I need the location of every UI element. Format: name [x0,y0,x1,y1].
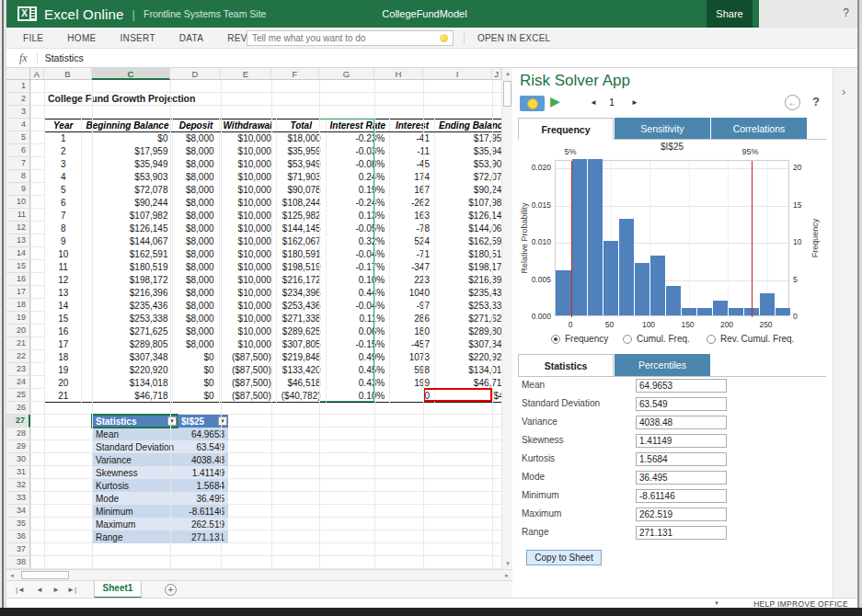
table-cell[interactable]: $289,805 [82,338,173,351]
table-cell[interactable]: 6 [45,197,82,210]
pane-help-icon[interactable]: ? [812,95,820,108]
table-cell[interactable]: $10,000 [219,210,276,222]
statistics-sheet-table[interactable]: Statistics▼$I$25▼Mean64.9653Standard Dev… [92,415,228,543]
menu-item-insert[interactable]: INSERT [121,33,155,43]
tellme-search-input[interactable]: Tell me what you want to do [247,30,454,46]
table-cell[interactable]: 20 [45,377,82,390]
row-header-25[interactable]: 25 [6,389,30,402]
table-cell[interactable]: $90,078 [276,184,326,197]
table-cell[interactable]: -0.24% [326,197,390,210]
table-cell[interactable]: $107,982 [434,197,511,210]
table-cell[interactable]: -71 [390,248,435,261]
next-trial-icon[interactable]: ► [631,98,638,107]
projection-header-cell[interactable]: Ending Balance [434,120,511,132]
table-cell[interactable]: $289,805 [434,325,511,338]
table-cell[interactable]: 17 [45,338,82,351]
table-cell[interactable]: $8,000 [173,197,219,210]
column-header-A[interactable]: A [30,68,44,80]
table-cell[interactable]: $10,000 [219,158,276,171]
table-cell[interactable]: 15 [45,313,82,325]
row-header-16[interactable]: 16 [6,273,30,286]
first-sheet-icon[interactable]: |◄ [16,586,25,594]
row-header-29[interactable]: 29 [6,440,30,453]
table-cell[interactable]: $10,000 [219,184,276,197]
menu-item-data[interactable]: DATA [179,33,203,43]
table-cell[interactable]: 13 [45,287,82,300]
table-cell[interactable]: $8,000 [173,325,219,338]
table-cell[interactable]: $198,172 [82,274,173,287]
table-cell[interactable]: -0.23% [326,132,390,145]
row-header-38[interactable]: 38 [6,556,30,569]
stats-label-cell[interactable]: Range [92,530,178,543]
table-cell[interactable]: 18 [45,351,82,364]
table-cell[interactable]: 1040 [390,287,435,300]
table-cell[interactable]: -0.04% [326,300,390,313]
row-header-11[interactable]: 11 [6,209,30,222]
spreadsheet-grid[interactable]: College Fund Growth Projection YearBegin… [6,68,512,569]
field-input-standard-deviation[interactable]: 63.549 [636,397,727,411]
projection-header-cell[interactable]: Deposit [173,120,219,132]
projection-header-cell[interactable]: Year [45,120,82,132]
table-cell[interactable]: 10 [45,248,82,261]
table-cell[interactable]: ($87,500) [219,377,276,390]
table-cell[interactable]: 163 [390,210,435,222]
row-header-6[interactable]: 6 [6,144,30,157]
row-header-31[interactable]: 31 [6,466,30,479]
table-cell[interactable]: 0.44% [326,287,390,300]
projection-table[interactable]: YearBeginning BalanceDepositWithdrawalTo… [44,119,512,403]
table-cell[interactable]: $253,338 [82,313,173,325]
table-cell[interactable]: $0 [173,390,219,403]
table-cell[interactable]: 8 [45,222,82,235]
table-cell[interactable]: $180,591 [276,248,326,261]
table-cell[interactable]: $0 [173,351,219,364]
table-cell[interactable]: -97 [390,300,435,313]
table-cell[interactable]: $162,591 [82,248,173,261]
table-cell[interactable]: 0.49% [326,351,390,364]
row-header-1[interactable]: 1 [6,80,30,93]
row-header-22[interactable]: 22 [6,350,30,363]
table-cell[interactable]: $307,348 [82,351,173,364]
column-header-I[interactable]: I [423,68,492,80]
table-cell[interactable]: $10,000 [219,248,276,261]
field-input-variance[interactable]: 4038.48 [636,416,727,429]
table-cell[interactable]: 19 [45,364,82,377]
table-cell[interactable]: $234,396 [276,287,326,300]
table-cell[interactable]: 7 [45,210,82,222]
row-header-23[interactable]: 23 [6,363,30,376]
table-cell[interactable]: -78 [390,222,435,235]
table-cell[interactable]: $0 [173,364,219,377]
table-cell[interactable]: $90,244 [434,184,511,197]
stats-label-cell[interactable]: Standard Deviation [92,440,178,453]
tab-sensitivity[interactable]: Sensitivity [615,118,710,140]
field-input-skewness[interactable]: 1.41149 [636,434,727,448]
table-cell[interactable]: $10,000 [219,132,276,145]
row-header-28[interactable]: 28 [6,428,30,440]
table-cell[interactable]: $35,959 [276,145,326,158]
row-header-24[interactable]: 24 [6,376,30,389]
play-simulation-icon[interactable]: ▶ [550,94,560,108]
row-header-30[interactable]: 30 [6,453,30,466]
table-cell[interactable]: ($40,782) [276,390,326,403]
table-cell[interactable]: 4 [45,171,82,184]
table-cell[interactable]: $10,000 [219,274,276,287]
table-cell[interactable]: $289,625 [276,325,326,338]
column-header-D[interactable]: D [170,68,221,80]
row-header-34[interactable]: 34 [6,505,30,518]
table-cell[interactable]: 598 [390,364,435,377]
projection-header-cell[interactable]: Beginning Balance [82,120,173,132]
table-cell[interactable]: 0.10% [326,390,390,403]
column-header-F[interactable]: F [271,68,319,80]
table-cell[interactable]: $8,000 [173,171,219,184]
table-cell[interactable]: -262 [390,197,435,210]
table-cell[interactable]: $144,067 [434,222,511,235]
table-cell[interactable]: $10,000 [219,235,276,248]
table-cell[interactable]: $271,625 [82,325,173,338]
row-header-13[interactable]: 13 [6,234,30,247]
menu-item-home[interactable]: HOME [67,33,96,43]
back-icon[interactable]: ← [785,95,800,110]
row-header-21[interactable]: 21 [6,337,30,350]
table-cell[interactable]: $46,718 [82,390,173,403]
table-cell[interactable]: 524 [390,235,435,248]
table-cell[interactable]: -457 [390,338,435,351]
table-cell[interactable]: 1 [45,132,82,145]
